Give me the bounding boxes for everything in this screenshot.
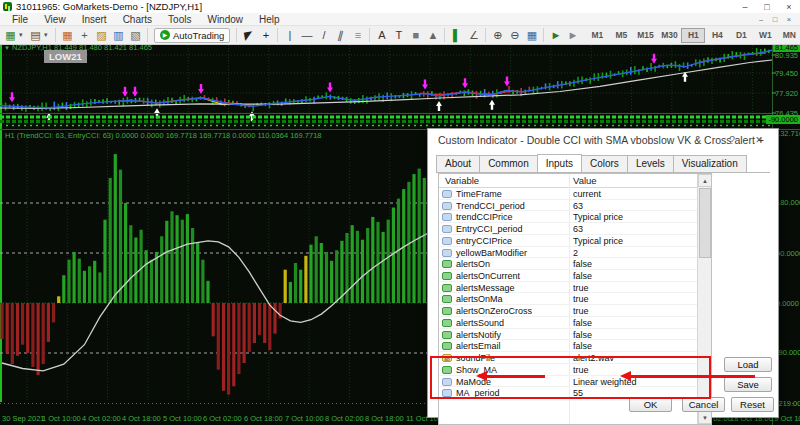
minimize-icon[interactable]: – [734,2,756,12]
scroll-up-icon[interactable]: ▲ [698,174,712,187]
variable-value[interactable]: Linear weighted [573,377,637,387]
variable-value[interactable]: 63 [573,201,583,211]
table-row[interactable]: alertsOnMatrue [439,293,698,305]
variable-value[interactable]: false [573,330,592,340]
table-row[interactable]: EntryCCI_period63 [439,223,698,235]
variable-value[interactable]: false [573,318,592,328]
save-button[interactable]: Save [724,377,772,392]
auto-scroll-icon[interactable]: ► [547,27,564,44]
tab-about[interactable]: About [436,155,480,172]
chart-shift-icon[interactable]: ► [564,27,581,44]
ok-button[interactable]: OK [629,397,672,412]
indicators-icon[interactable]: ▌ [448,27,465,44]
table-row[interactable]: entryCCIPriceTypical price [439,235,698,247]
profiles-dropdown-icon[interactable]: ▾ [44,31,52,39]
data-window-icon[interactable]: ▥ [110,27,127,44]
new-chart-icon[interactable]: ▦ [2,27,19,44]
zoom-in-icon[interactable]: ⊕ [489,27,506,44]
variable-value[interactable]: 2 [573,248,578,258]
variable-value[interactable]: 55 [573,388,583,398]
timeframe-m5[interactable]: M5 [609,28,633,43]
table-row[interactable]: alertsEmailfalse [439,340,698,352]
tab-common[interactable]: Common [479,155,538,172]
shapes-icon[interactable]: ■ [407,27,424,44]
close-icon[interactable]: × [748,129,770,151]
table-scrollbar[interactable]: ▲ ▼ [697,174,711,424]
table-row[interactable]: alertsOnfalse [439,258,698,270]
scroll-down-icon[interactable]: ▼ [698,411,712,424]
table-row[interactable]: alertsNotifyfalse [439,329,698,341]
navigator-icon[interactable]: + [76,27,93,44]
menu-window[interactable]: Window [199,14,251,25]
equidistant-channel-icon[interactable]: ∥ [330,25,351,46]
timeframe-m30[interactable]: M30 [657,28,681,43]
menu-file[interactable]: File [4,14,36,25]
timeframe-h4[interactable]: H4 [705,28,729,43]
text-icon[interactable]: A [373,27,390,44]
timeframe-d1[interactable]: D1 [729,28,753,43]
menu-tools[interactable]: Tools [160,14,199,25]
variable-value[interactable]: true [573,306,589,316]
table-row[interactable]: absoundFilealert2.wav [439,352,698,364]
variable-value[interactable]: alert2.wav [573,353,614,363]
variable-value[interactable]: Typical price [573,212,623,222]
crosshair-icon[interactable]: + [257,27,274,44]
table-row[interactable]: yellowBarModifier2 [439,247,698,259]
terminal-icon[interactable]: ▨ [93,27,110,44]
scrollbar-thumb[interactable] [699,188,711,258]
table-row[interactable]: trendCCIPriceTypical price [439,211,698,223]
fibonacci-icon[interactable]: ≡ [349,27,366,44]
table-row[interactable]: TimeFramecurrent [439,188,698,200]
cancel-button[interactable]: Cancel [682,397,725,412]
help-button[interactable]: ? [722,129,742,151]
table-row[interactable]: alertsMessagetrue [439,282,698,294]
restore-icon[interactable]: □ [756,2,778,12]
variable-value[interactable]: current [573,189,601,199]
horizontal-line-icon[interactable]: — [298,27,315,44]
new-chart-dropdown-icon[interactable]: ▾ [19,31,27,39]
tile-windows-icon[interactable]: ▦ [523,27,540,44]
variable-value[interactable]: 63 [573,224,583,234]
cursor-icon[interactable]: ◤ [239,25,259,45]
zoom-out-icon[interactable]: ⊖ [506,27,523,44]
close-icon[interactable]: × [778,2,800,12]
menu-view[interactable]: View [36,14,74,25]
variable-value[interactable]: true [573,283,589,293]
tab-colors[interactable]: Colors [581,155,628,172]
load-button[interactable]: Load [724,357,772,372]
menu-insert[interactable]: Insert [74,14,115,25]
child-restore-icon[interactable]: □ [768,15,782,24]
strategy-tester-icon[interactable]: ▧ [127,27,144,44]
table-row[interactable]: alertsOnCurrentfalse [439,270,698,282]
menu-charts[interactable]: Charts [115,14,160,25]
child-close-icon[interactable]: × [782,15,796,24]
variable-value[interactable]: Typical price [573,236,623,246]
variable-value[interactable]: true [573,294,589,304]
timeframe-w1[interactable]: W1 [753,28,777,43]
variable-value[interactable]: true [573,365,589,375]
text-label-icon[interactable]: T [390,27,407,44]
table-row[interactable]: MaModeLinear weighted [439,376,698,388]
child-minimize-icon[interactable]: – [754,15,768,24]
tab-inputs[interactable]: Inputs [537,154,582,172]
table-row[interactable]: alertsOnZeroCrosstrue [439,305,698,317]
table-row[interactable]: Show_MAtrue [439,364,698,376]
autotrading-button[interactable]: ▶AutoTrading [154,28,230,43]
arrows-tool-icon[interactable]: ▲ [424,27,441,44]
tab-levels[interactable]: Levels [627,155,674,172]
market-watch-icon[interactable]: ▦ [59,27,76,44]
variable-value[interactable]: false [573,259,592,269]
indicator-list-icon[interactable]: ∠ [465,27,482,44]
timeframe-m1[interactable]: M1 [585,28,609,43]
table-row[interactable]: alertsSoundfalse [439,317,698,329]
timeframe-m15[interactable]: M15 [633,28,657,43]
variable-value[interactable]: false [573,271,592,281]
vertical-line-icon[interactable]: | [281,27,298,44]
profiles-icon[interactable]: ▤ [27,27,44,44]
menu-help[interactable]: Help [251,14,288,25]
timeframe-mn[interactable]: MN [777,28,800,43]
timeframe-h1[interactable]: H1 [681,28,705,43]
reset-button[interactable]: Reset [731,397,774,412]
table-row[interactable]: TrendCCI_period63 [439,200,698,212]
tab-visualization[interactable]: Visualization [673,155,747,172]
